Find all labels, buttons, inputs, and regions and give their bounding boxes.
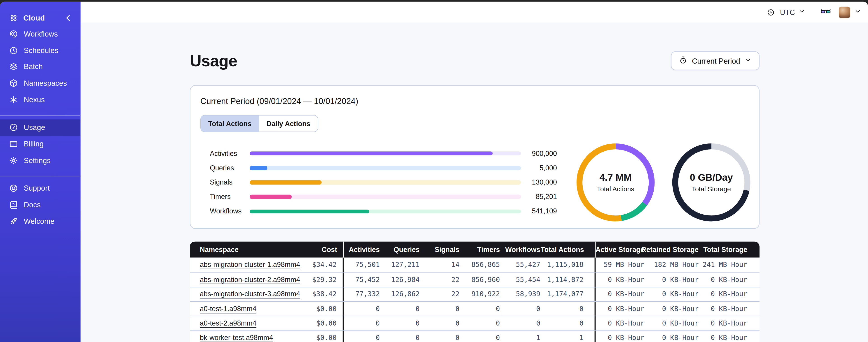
cell-total-storage: 0 KB-Hour: [703, 302, 760, 316]
cell-workflows: 0: [504, 316, 545, 330]
cell-total-actions: 1,115,018: [545, 258, 595, 272]
sidebar-nav-account: Usage Billing Settings: [0, 119, 80, 169]
sidebar-item[interactable]: Docs: [0, 197, 80, 213]
usage-bar-track: [250, 166, 521, 170]
column-header-timers: Timers: [464, 242, 504, 258]
cell-queries: 126,862: [384, 287, 424, 301]
column-header-total-actions: Total Actions: [545, 242, 595, 258]
cell-activities: 0: [344, 331, 384, 342]
cell-activities: 0: [344, 302, 384, 316]
cell-active-storage: 59 MB-Hour: [595, 258, 649, 272]
cell-timers: 856,960: [464, 273, 504, 287]
sidebar-item[interactable]: Nexus: [0, 91, 80, 108]
cell-cost: $38.42: [295, 287, 344, 301]
clock-icon: [767, 8, 776, 16]
cell-namespace: abs-migration-cluster-1.a98mm4: [190, 258, 295, 272]
cell-queries: 127,211: [384, 258, 424, 272]
namespace-link[interactable]: bk-worker-test.a98mm4: [200, 334, 273, 342]
sidebar-item[interactable]: Billing: [0, 136, 80, 152]
tab-label: Total Actions: [208, 119, 251, 127]
sidebar-item-label: Namespaces: [24, 79, 67, 88]
cell-retained-storage: 0 KB-Hour: [649, 287, 703, 301]
cell-namespace: a0-test-1.a98mm4: [190, 302, 295, 316]
cell-total-storage: 0 KB-Hour: [703, 331, 760, 342]
user-menu[interactable]: [839, 6, 861, 18]
support-icon: [9, 184, 19, 193]
namespace-link[interactable]: abs-migration-cluster-3.a98mm4: [200, 290, 300, 298]
cell-activities: 0: [344, 316, 384, 330]
timezone-selector[interactable]: UTC: [764, 5, 809, 20]
usage-bar-row: Queries 5,000: [210, 161, 557, 175]
cell-retained-storage: 182 MB-Hour: [649, 258, 703, 272]
namespace-link[interactable]: abs-migration-cluster-1.a98mm4: [200, 261, 300, 269]
cell-active-storage: 0 KB-Hour: [595, 287, 649, 301]
sidebar-item[interactable]: Schedules: [0, 42, 80, 59]
cell-retained-storage: 0 KB-Hour: [649, 316, 703, 330]
docs-icon: [9, 200, 19, 210]
cell-total-actions: 1,114,872: [545, 273, 595, 287]
usage-bar-track: [250, 195, 521, 199]
cell-timers: 0: [464, 316, 504, 330]
total-storage-donut-center: 0 GB/Day Total Storage: [671, 142, 752, 223]
namespace-link[interactable]: abs-migration-cluster-2.a98mm4: [200, 276, 300, 283]
tab[interactable]: Daily Actions: [259, 115, 318, 132]
sidebar-item-label: Support: [24, 184, 50, 193]
chevron-down-icon: [798, 7, 805, 17]
usage-bar-fill: [250, 166, 267, 170]
tab[interactable]: Total Actions: [201, 115, 259, 132]
usage-bar-row: Activities 900,000: [210, 146, 557, 161]
namespace-link[interactable]: a0-test-2.a98mm4: [200, 319, 256, 327]
sidebar-item-label: Batch: [24, 63, 43, 71]
sidebar-item[interactable]: Workflows: [0, 26, 80, 42]
topbar: UTC: [81, 2, 868, 23]
cell-signals: 0: [424, 302, 464, 316]
cell-workflows: 55,454: [504, 273, 545, 287]
app-window: Cloud Workflows Schedules: [0, 2, 868, 342]
chevron-down-icon: [854, 7, 862, 17]
sidebar-item-label: Schedules: [24, 46, 58, 55]
sidebar-item[interactable]: Usage: [0, 119, 80, 136]
actions-tabs: Total Actions Daily Actions: [200, 115, 318, 132]
cell-signals: 22: [424, 273, 464, 287]
total-actions-donut: 4.7 MM Total Actions: [575, 142, 656, 223]
sidebar-item[interactable]: Support: [0, 180, 80, 197]
cell-queries: 0: [384, 316, 424, 330]
usage-charts: Activities 900,000 Queries 5,000: [200, 142, 748, 223]
cell-active-storage: 0 KB-Hour: [595, 316, 649, 330]
cell-namespace: bk-worker-test.a98mm4: [190, 331, 295, 342]
sidebar-brand: Cloud: [0, 2, 80, 26]
column-header-namespace: Namespace: [190, 242, 295, 258]
feedback-glasses-button[interactable]: [820, 5, 831, 19]
cell-activities: 77,332: [344, 287, 384, 301]
table-row: abs-migration-cluster-1.a98mm4 $34.42 75…: [190, 258, 759, 272]
sidebar-item[interactable]: Settings: [0, 152, 80, 169]
sidebar-item[interactable]: Welcome: [0, 213, 80, 230]
cell-activities: 75,501: [344, 258, 384, 272]
sidebar-collapse-button[interactable]: [64, 13, 74, 23]
table-row: a0-test-1.a98mm4 $0.00 0 0 0 0 0 0 0 KB-…: [190, 301, 759, 316]
user-avatar: [839, 6, 850, 18]
sidebar-item-label: Docs: [24, 201, 41, 209]
column-header-retained-storage: Retained Storage: [649, 242, 703, 258]
usage-bar-label: Signals: [210, 178, 250, 186]
usage-bar-row: Timers 85,201: [210, 190, 557, 204]
sidebar-nav-footer: Support Docs Welcome: [0, 180, 80, 230]
period-selector-button[interactable]: Current Period: [671, 52, 759, 70]
sidebar-item[interactable]: Namespaces: [0, 75, 80, 92]
column-header-signals: Signals: [424, 242, 464, 258]
sidebar-item[interactable]: Batch: [0, 59, 80, 75]
table-row: bk-worker-test.a98mm4 $0.00 0 0 0 0 1 1 …: [190, 330, 759, 342]
usage-bar-label: Activities: [210, 149, 250, 157]
sidebar-nav-primary: Workflows Schedules Batch Namesp: [0, 26, 80, 108]
sidebar-divider: [0, 115, 80, 116]
table-header-row: Namespace Cost Activities Queries Signal…: [190, 242, 759, 258]
usage-bar-value: 130,000: [521, 178, 557, 186]
namespace-link[interactable]: a0-test-1.a98mm4: [200, 305, 256, 312]
usage-donuts: 4.7 MM Total Actions 0 GB/Day Total Stor…: [575, 142, 752, 223]
cell-timers: 910,922: [464, 287, 504, 301]
cell-timers: 0: [464, 331, 504, 342]
cell-cost: $29.32: [295, 273, 344, 287]
billing-icon: [9, 139, 19, 149]
main-region: UTC Usage Current Period: [81, 2, 868, 342]
settings-icon: [9, 156, 19, 165]
